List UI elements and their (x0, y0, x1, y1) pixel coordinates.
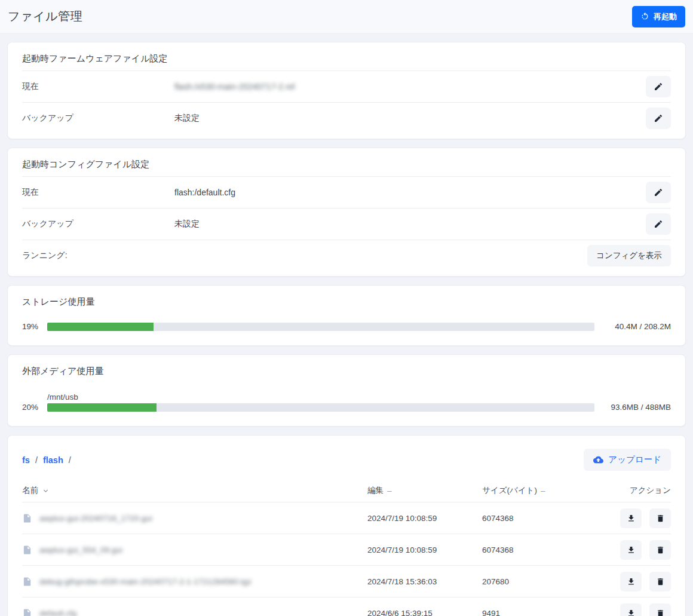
storage-progress-fill (47, 323, 154, 331)
column-header-name[interactable]: 名前 (22, 485, 367, 496)
file-edited: 2024/6/6 15:39:15 (367, 609, 482, 616)
delete-button[interactable] (649, 603, 671, 616)
show-config-button[interactable]: コンフィグを表示 (587, 245, 671, 266)
external-media-usage-amount: 93.6MB / 488MB (594, 403, 671, 412)
external-media-percent: 20% (22, 403, 47, 412)
restart-button[interactable]: 再起動 (632, 6, 685, 27)
file-name: default.cfg (39, 609, 76, 616)
config-card-title: 起動時コンフィグファイル設定 (22, 158, 671, 176)
column-header-size-label: サイズ(バイト) (482, 485, 537, 496)
download-icon (627, 545, 636, 554)
file-edited: 2024/7/19 10:08:59 (367, 545, 482, 554)
delete-button[interactable] (649, 540, 671, 560)
trash-icon (656, 577, 665, 586)
file-browser-toolbar: fs / flash / アップロード (22, 445, 671, 479)
column-header-size[interactable]: サイズ(バイト) – (482, 485, 614, 496)
download-button[interactable] (620, 508, 642, 528)
config-running-label: ランニング: (22, 250, 174, 261)
download-icon (627, 577, 636, 586)
storage-usage-card: ストレージ使用量 19% 40.4M / 208.2M (7, 285, 686, 346)
delete-button[interactable] (649, 572, 671, 592)
config-running-row: ランニング: コンフィグを表示 (22, 240, 671, 271)
external-media-usage-row: 20% 93.6MB / 488MB (22, 403, 671, 412)
table-row: default.cfg 2024/6/6 15:39:15 9491 (22, 597, 671, 616)
breadcrumb-separator: / (69, 455, 71, 465)
table-row: debug-gifsprobe-x530-main-20240717-2-1-1… (22, 565, 671, 597)
column-header-name-label: 名前 (22, 485, 38, 496)
firmware-backup-label: バックアップ (22, 113, 174, 124)
breadcrumb-separator: / (35, 455, 38, 465)
config-backup-edit-button[interactable] (646, 213, 671, 235)
firmware-backup-value: 未設定 (174, 113, 646, 124)
file-size: 9491 (482, 609, 614, 616)
upload-button[interactable]: アップロード (584, 449, 671, 471)
column-header-edited[interactable]: 編集 – (367, 485, 482, 496)
column-header-actions-label: アクション (630, 485, 671, 496)
storage-usage-amount: 40.4M / 208.2M (594, 322, 671, 331)
breadcrumb-flash-link[interactable]: flash (43, 455, 63, 465)
file-icon (22, 513, 32, 524)
trash-icon (656, 609, 665, 616)
restart-icon (640, 12, 649, 21)
download-button[interactable] (620, 572, 642, 592)
config-current-value: flash:/default.cfg (174, 188, 646, 197)
chevron-down-icon (42, 487, 50, 495)
download-button[interactable] (620, 540, 642, 560)
file-icon (22, 544, 32, 556)
firmware-backup-row: バックアップ 未設定 (22, 102, 671, 134)
storage-card-title: ストレージ使用量 (22, 295, 671, 314)
file-size: 6074368 (482, 545, 614, 554)
file-browser-card: fs / flash / アップロード 名前 編集 – サイ (7, 435, 686, 616)
external-media-card: 外部メディア使用量 /mnt/usb 20% 93.6MB / 488MB (7, 354, 686, 427)
table-row: awplus-gui-20240716_1720.gui 2024/7/19 1… (22, 502, 671, 534)
file-table: 名前 編集 – サイズ(バイト) – アクション (22, 479, 671, 616)
download-button[interactable] (620, 603, 642, 616)
file-edited: 2024/7/18 15:36:03 (367, 577, 482, 586)
pencil-icon (654, 219, 663, 229)
file-name: debug-gifsprobe-x530-main-20240717-2-1-1… (39, 577, 252, 586)
download-icon (627, 609, 636, 616)
column-header-actions: アクション (614, 485, 671, 496)
storage-progress-track (47, 323, 594, 331)
firmware-card-title: 起動時ファームウェアファイル設定 (22, 52, 671, 71)
external-media-progress-fill (47, 403, 157, 412)
pencil-icon (654, 82, 663, 91)
config-backup-label: バックアップ (22, 219, 174, 229)
sort-dash-icon: – (541, 486, 545, 495)
file-name: awplus-gui_554_09.gui (39, 545, 122, 554)
upload-button-label: アップロード (608, 454, 661, 465)
table-row: awplus-gui_554_09.gui 2024/7/19 10:08:59… (22, 534, 671, 565)
file-size: 207680 (482, 577, 614, 586)
pencil-icon (654, 114, 663, 123)
file-icon (22, 576, 32, 587)
config-current-edit-button[interactable] (646, 182, 671, 203)
trash-icon (656, 545, 665, 554)
column-header-edited-label: 編集 (367, 485, 384, 496)
firmware-settings-card: 起動時ファームウェアファイル設定 現在 flash:/x530-main-202… (7, 42, 686, 139)
config-backup-value: 未設定 (174, 219, 646, 229)
external-media-mount: /mnt/usb (47, 393, 671, 402)
firmware-backup-edit-button[interactable] (646, 108, 671, 129)
cloud-upload-icon (593, 455, 603, 465)
config-backup-row: バックアップ 未設定 (22, 208, 671, 240)
restart-button-label: 再起動 (654, 11, 677, 22)
file-table-header: 名前 編集 – サイズ(バイト) – アクション (22, 479, 671, 502)
download-icon (627, 514, 636, 523)
firmware-current-edit-button[interactable] (646, 76, 671, 97)
storage-usage-row: 19% 40.4M / 208.2M (22, 322, 671, 331)
file-edited: 2024/7/19 10:08:59 (367, 514, 482, 523)
sort-dash-icon: – (387, 486, 392, 495)
external-media-card-title: 外部メディア使用量 (22, 364, 671, 383)
file-size: 6074368 (482, 514, 614, 523)
delete-button[interactable] (649, 508, 671, 528)
config-current-label: 現在 (22, 187, 174, 198)
config-settings-card: 起動時コンフィグファイル設定 現在 flash:/default.cfg バック… (7, 148, 686, 277)
firmware-current-row: 現在 flash:/x530-main-20240717-2.rel (22, 71, 671, 102)
page-title: ファイル管理 (8, 8, 82, 24)
storage-percent: 19% (22, 322, 47, 331)
file-icon (22, 608, 32, 616)
pencil-icon (654, 188, 663, 197)
breadcrumb: fs / flash / (22, 455, 71, 465)
breadcrumb-fs-link[interactable]: fs (22, 455, 30, 465)
config-current-row: 現在 flash:/default.cfg (22, 176, 671, 208)
